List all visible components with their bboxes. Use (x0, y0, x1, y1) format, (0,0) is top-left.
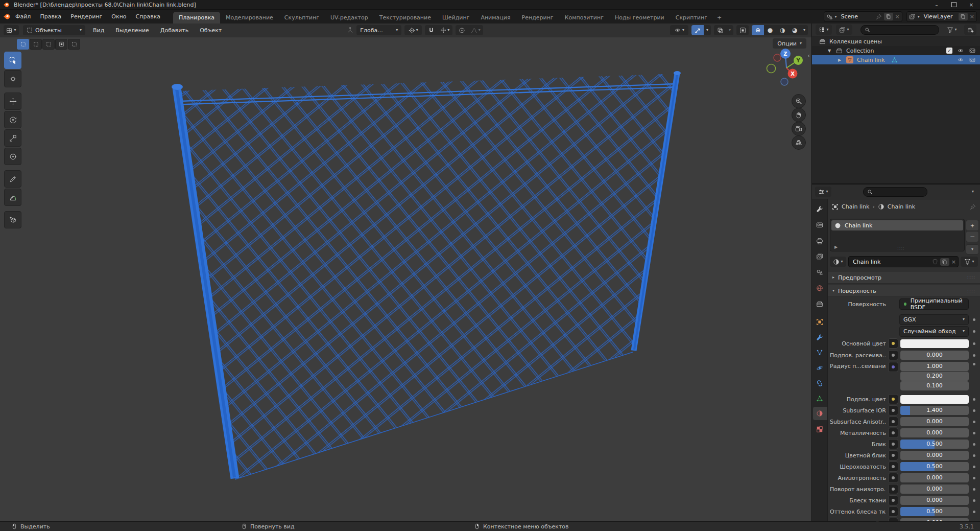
menu-object[interactable]: Объект (196, 26, 225, 35)
visibility-dropdown[interactable]: ▾ (670, 25, 688, 35)
distribution-dropdown[interactable]: GGX ▾ (899, 314, 969, 325)
specular-slider[interactable]: 0.500 (900, 440, 969, 449)
socket-button[interactable] (888, 428, 898, 438)
slot-specials-dropdown[interactable]: ▾ (966, 244, 979, 255)
perspective-toggle-button[interactable] (792, 135, 806, 150)
tab-modifiers[interactable] (816, 333, 824, 341)
new-collection-button[interactable] (964, 25, 976, 35)
tab-render[interactable] (816, 221, 824, 229)
overlays-toggle[interactable] (714, 25, 726, 35)
tab-animation[interactable]: Анимация (475, 12, 516, 24)
unlink-scene-button[interactable]: × (895, 13, 900, 20)
eye-icon[interactable] (957, 48, 964, 54)
viewport-canvas[interactable]: Опции ▾ (0, 37, 811, 522)
breadcrumb-object[interactable]: Chain link (842, 203, 869, 210)
tab-sculpting[interactable]: Скульптинг (279, 12, 325, 24)
chain-link-fence-object[interactable] (0, 37, 811, 522)
preview-panel-header[interactable]: ▸ Предпросмотр :::: (828, 272, 980, 284)
camera-icon[interactable] (969, 48, 976, 54)
base-color-swatch[interactable] (900, 339, 969, 348)
subsurface-color-swatch[interactable] (900, 395, 969, 404)
orientation-dropdown[interactable]: Глоба... ▾ (356, 25, 401, 35)
tab-modeling[interactable]: Моделирование (220, 12, 279, 24)
outliner-search-input[interactable] (861, 25, 939, 35)
metallic-slider[interactable]: 0.000 (900, 428, 969, 437)
new-material-button[interactable] (940, 258, 949, 266)
socket-button[interactable] (888, 405, 898, 415)
keyframe-dot[interactable] (973, 477, 975, 479)
roughness-slider[interactable]: 0.500 (900, 462, 969, 471)
menu-help[interactable]: Справка (131, 12, 165, 21)
sheen-tint-slider[interactable]: 0.500 (900, 507, 969, 516)
mode-dropdown[interactable]: Объекты ▾ (23, 25, 85, 35)
breadcrumb-material[interactable]: Chain link (888, 203, 915, 210)
socket-button[interactable] (888, 450, 898, 460)
viewlayer-selector[interactable]: ▾ ViewLayer × (906, 11, 977, 22)
socket-button[interactable] (888, 484, 898, 494)
radius-y-field[interactable]: 0.200 (900, 372, 969, 381)
tab-view-layer[interactable] (816, 252, 824, 261)
editor-type-button[interactable]: ▾ (4, 25, 19, 35)
socket-button[interactable] (888, 350, 898, 360)
gizmo-axis-neg-x[interactable] (774, 54, 781, 61)
material-nodes-button[interactable]: ▾ (961, 257, 978, 267)
select-intersect-button[interactable] (68, 39, 80, 50)
blender-menu-icon[interactable] (3, 13, 11, 20)
tool-cursor[interactable] (4, 70, 21, 87)
chevron-down-icon[interactable]: ▾ (972, 190, 974, 194)
overlays-dropdown[interactable]: ▾ (726, 25, 733, 35)
expand-collapse-icon[interactable]: ▼ (826, 49, 832, 53)
keyframe-dot[interactable] (973, 363, 975, 365)
subsurface-ior-slider[interactable]: 1.400 (900, 406, 969, 415)
camera-icon[interactable] (969, 57, 976, 63)
shading-solid-button[interactable]: ● (764, 25, 776, 35)
anisotropic-slider[interactable]: 0.000 (900, 473, 969, 482)
specular-tint-slider[interactable]: 0.000 (900, 451, 969, 460)
tab-geometry-nodes[interactable]: Ноды геометрии (609, 12, 670, 24)
keyframe-dot[interactable] (973, 454, 975, 457)
tab-compositing[interactable]: Композитинг (559, 12, 609, 24)
tab-texturing[interactable]: Текстурирование (374, 12, 437, 24)
tab-object[interactable] (816, 318, 824, 326)
surface-shader-button[interactable]: Принципиальный BSDF (899, 298, 969, 310)
tab-uv-editor[interactable]: UV-редактор (325, 12, 374, 24)
gizmo-axis-neg-z[interactable] (781, 78, 788, 85)
expand-collapse-icon[interactable]: ▶ (836, 58, 843, 62)
list-expand-icon[interactable]: ▶ (834, 245, 838, 249)
keyframe-dot[interactable] (973, 499, 975, 502)
select-invert-button[interactable] (55, 39, 67, 50)
menu-file[interactable]: Файл (11, 12, 35, 21)
radius-x-field[interactable]: 1.000 (900, 362, 969, 371)
surface-panel-header[interactable]: ▾ Поверхность :::: (828, 285, 980, 297)
navigation-gizmo[interactable]: Z Y X (763, 45, 810, 92)
tool-rotate[interactable] (4, 111, 21, 128)
list-resize-grip[interactable]: :::: (897, 246, 905, 250)
tool-measure[interactable] (4, 189, 21, 206)
keyframe-dot[interactable] (973, 511, 975, 513)
tab-scene[interactable] (816, 268, 824, 276)
select-set-button[interactable] (17, 39, 29, 50)
keyframe-dot[interactable] (973, 330, 975, 333)
keyframe-dot[interactable] (973, 342, 975, 345)
sheen-slider[interactable]: 0.000 (900, 496, 969, 505)
checkbox-icon[interactable]: ✓ (946, 48, 952, 54)
material-name-field[interactable]: Chain link × (848, 256, 959, 267)
tab-particles[interactable] (816, 349, 824, 357)
maximize-button[interactable] (945, 0, 963, 9)
socket-button[interactable] (888, 394, 898, 404)
add-workspace-button[interactable]: + (713, 12, 726, 24)
menu-render[interactable]: Рендеринг (66, 12, 107, 21)
add-slot-button[interactable]: ＋ (966, 220, 979, 231)
material-slot-active[interactable]: Chain link (831, 220, 963, 230)
keyframe-dot[interactable] (973, 488, 975, 491)
menu-select[interactable]: Выделение (112, 26, 153, 35)
tool-annotate[interactable] (4, 170, 21, 188)
keyframe-dot[interactable] (973, 398, 975, 401)
keyframe-dot[interactable] (973, 443, 975, 446)
outliner-row-collection[interactable]: ▼ Collection ✓ (812, 46, 980, 55)
new-viewlayer-button[interactable] (959, 13, 968, 20)
snap-settings-dropdown[interactable]: ▾ (437, 25, 452, 35)
anisotropic-rotation-slider[interactable]: 0.000 (900, 484, 969, 494)
properties-editor-type-button[interactable]: ▾ (815, 187, 831, 197)
tool-scale[interactable] (4, 129, 21, 147)
